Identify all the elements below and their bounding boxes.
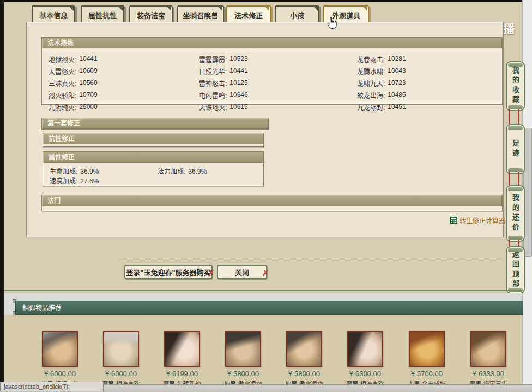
close-label: 关闭 bbox=[235, 267, 249, 277]
hand-cursor bbox=[326, 16, 338, 30]
character-portrait bbox=[409, 331, 445, 367]
character-portrait bbox=[225, 331, 261, 367]
calculator-icon bbox=[450, 217, 457, 224]
product-price: ¥ 6199.00 bbox=[152, 370, 212, 378]
close-button[interactable]: 关闭 ✗ bbox=[217, 265, 267, 279]
side-tab-footprints[interactable]: 足迹 bbox=[506, 124, 525, 174]
spell-entry: 雷霆霹雳:10523 bbox=[199, 53, 346, 65]
spell-proficiency-title: 法术熟练 bbox=[42, 38, 502, 48]
spell-column-1: 地狱烈火:10441 天雷怒火:10609 三味真火:10560 烈火骄阳:10… bbox=[49, 53, 196, 113]
product-price: ¥ 5800.00 bbox=[213, 370, 273, 378]
spell-column-3: 龙卷雨击:10281 龙腾水啸:10043 龙啸九天:10723 蛟龙出海:10… bbox=[357, 53, 504, 113]
seal-x-icon: ✗ bbox=[262, 268, 269, 278]
separator-dotted bbox=[119, 261, 504, 261]
spell-entry: 九阴纯火:25000 bbox=[49, 101, 196, 113]
spell-entry: 天雷怒火:10609 bbox=[49, 65, 196, 77]
product-card[interactable]: ¥ 6300.00 魔男-相濡言欢 bbox=[335, 331, 395, 388]
spell-entry: 龙卷雨击:10281 bbox=[357, 53, 504, 65]
login-buy-label: 登录"玉兔迎春"服务器购买 bbox=[126, 267, 210, 277]
spell-proficiency-box: 法术熟练 地狱烈火:10441 天雷怒火:10609 三味真火:10560 烈火… bbox=[41, 37, 503, 105]
side-tab-connector bbox=[509, 109, 510, 124]
first-set-correction-header: 第一套修正 bbox=[41, 118, 269, 130]
login-buy-button[interactable]: 登录"玉兔迎春"服务器购买 ✗ bbox=[124, 265, 213, 279]
tab-label: 基本信息 bbox=[39, 10, 68, 20]
famen-box: 法门 bbox=[41, 195, 503, 211]
spell-entry: 日照光华:10441 bbox=[199, 65, 346, 77]
attribute-correction-title: 属性修正 bbox=[43, 152, 263, 163]
rebirth-calculator-label: 转生修正计算器 bbox=[460, 216, 505, 225]
spell-entry: 三味真火:10560 bbox=[49, 77, 196, 89]
tab-basic-info[interactable]: 基本信息 bbox=[32, 5, 75, 24]
tab-label: 法术修正 bbox=[234, 10, 263, 20]
rebirth-calculator-link[interactable]: 转生修正计算器 bbox=[450, 216, 505, 225]
character-portrait bbox=[42, 331, 78, 367]
status-link-tooltip: javascript:tab_onclick(7); bbox=[0, 382, 104, 391]
spell-entry: 地狱烈火:10441 bbox=[49, 53, 196, 65]
product-card[interactable]: ¥ 5800.00 仙男-傲雪凌霜 bbox=[213, 331, 273, 388]
tab-equipment[interactable]: 装备法宝 bbox=[129, 5, 173, 24]
top-border bbox=[0, 0, 532, 2]
spell-entry: 电闪雷鸣:10646 bbox=[199, 89, 346, 101]
product-price: ¥ 6300.00 bbox=[335, 370, 395, 378]
tab-attribute-resist[interactable]: 属性抗性 bbox=[81, 5, 124, 24]
tab-mount-summon[interactable]: 坐骑召唤兽 bbox=[177, 5, 224, 24]
product-price: ¥ 6333.00 bbox=[458, 370, 518, 378]
stat-hp-bonus: 生命加成:36.9% bbox=[50, 166, 99, 175]
product-price: ¥ 6000.00 bbox=[30, 370, 90, 378]
side-tab-connector bbox=[518, 240, 519, 246]
spell-entry: 龙腾水啸:10043 bbox=[357, 65, 504, 77]
character-portrait bbox=[286, 331, 322, 367]
side-tab-connector bbox=[509, 240, 510, 246]
tab-label: 小孩 bbox=[290, 10, 304, 20]
product-card[interactable]: ¥ 6000.00 魔男-相濡言欢 bbox=[91, 331, 151, 388]
seal-x-icon: ✗ bbox=[208, 268, 215, 278]
side-tab-my-favorites[interactable]: 我的收藏 bbox=[506, 61, 525, 111]
stat-speed-bonus: 速度加成:27.6% bbox=[50, 176, 99, 185]
spell-entry: 九龙冰封:10451 bbox=[357, 101, 504, 113]
product-card[interactable]: ¥ 6199.00 魔男-生转新神 bbox=[152, 331, 212, 388]
side-tab-back-to-top[interactable]: 返回顶部 bbox=[506, 246, 525, 294]
tab-child[interactable]: 小孩 bbox=[275, 5, 319, 24]
product-card[interactable]: ¥ 5700.00 人男-众志成城 bbox=[397, 331, 457, 388]
character-portrait bbox=[103, 331, 139, 367]
product-price: ¥ 6000.00 bbox=[91, 370, 151, 378]
famen-title: 法门 bbox=[42, 195, 502, 206]
spell-entry: 天诛地灭:10615 bbox=[199, 101, 346, 113]
spell-entry: 雷神怒击:10125 bbox=[199, 77, 346, 89]
similar-items-header: 相似物品推荐 bbox=[15, 301, 523, 315]
character-portrait bbox=[164, 331, 200, 367]
attribute-correction-box: 属性修正 生命加成:36.9% 法力加成:36.9% 速度加成:27.6% bbox=[43, 151, 264, 186]
spell-entry: 龙啸九天:10723 bbox=[357, 77, 504, 89]
stat-mp-bonus: 法力加成:36.9% bbox=[158, 166, 207, 175]
product-price: ¥ 5700.00 bbox=[397, 370, 457, 378]
tab-label: 坐骑召唤兽 bbox=[183, 10, 218, 20]
tab-spell-correction[interactable]: 法术修正 bbox=[226, 5, 271, 24]
left-border bbox=[0, 0, 4, 392]
character-portrait bbox=[470, 331, 506, 367]
product-card[interactable]: ¥ 6333.00 魔男-缘定三生 bbox=[458, 331, 518, 388]
tab-label: 装备法宝 bbox=[137, 10, 165, 20]
side-tab-connector bbox=[509, 172, 510, 185]
product-card[interactable]: ¥ 6000.00 仙男-相随一生 bbox=[30, 331, 90, 388]
spell-column-2: 雷霆霹雳:10523 日照光华:10441 雷神怒击:10125 电闪雷鸣:10… bbox=[199, 53, 346, 113]
side-tab-connector bbox=[518, 172, 519, 185]
character-portrait bbox=[347, 331, 383, 367]
resist-correction-box: 抗性修正 bbox=[43, 133, 264, 147]
product-price: ¥ 5800.00 bbox=[274, 370, 334, 378]
resist-correction-title: 抗性修正 bbox=[43, 133, 263, 144]
product-card[interactable]: ¥ 5800.00 仙男-傲雪凌霜 bbox=[274, 331, 334, 388]
spell-entry: 烈火骄阳:10709 bbox=[49, 89, 196, 101]
spell-entry: 蛟龙出海:10485 bbox=[357, 89, 504, 101]
side-tab-connector bbox=[518, 109, 519, 124]
side-tab-my-counteroffer[interactable]: 我的还价 bbox=[506, 185, 525, 242]
tab-label: 属性抗性 bbox=[88, 10, 117, 20]
